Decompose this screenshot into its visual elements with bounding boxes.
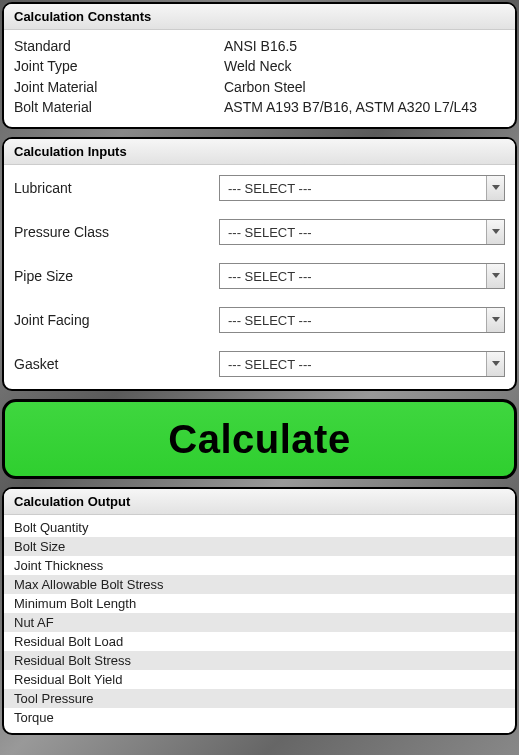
select-value: --- SELECT --- [220,357,486,372]
output-row: Minimum Bolt Length [4,594,515,613]
output-row: Residual Bolt Yield [4,670,515,689]
const-row: Joint Material Carbon Steel [14,77,505,97]
output-row: Residual Bolt Load [4,632,515,651]
input-row-pipe-size: Pipe Size --- SELECT --- [14,263,505,289]
const-row: Bolt Material ASTM A193 B7/B16, ASTM A32… [14,97,505,117]
output-body: Bolt Quantity Bolt Size Joint Thickness … [4,515,515,733]
output-row: Nut AF [4,613,515,632]
gasket-select[interactable]: --- SELECT --- [219,351,505,377]
input-label: Pressure Class [14,224,219,240]
input-label: Lubricant [14,180,219,196]
const-value: ANSI B16.5 [224,36,505,56]
select-value: --- SELECT --- [220,313,486,328]
inputs-body: Lubricant --- SELECT --- Pressure Class … [4,165,515,389]
output-row: Max Allowable Bolt Stress [4,575,515,594]
joint-facing-select[interactable]: --- SELECT --- [219,307,505,333]
input-row-lubricant: Lubricant --- SELECT --- [14,175,505,201]
select-value: --- SELECT --- [220,181,486,196]
const-label: Standard [14,36,224,56]
select-value: --- SELECT --- [220,225,486,240]
inputs-header: Calculation Inputs [4,139,515,165]
input-label: Pipe Size [14,268,219,284]
const-row: Joint Type Weld Neck [14,56,505,76]
pressure-class-select[interactable]: --- SELECT --- [219,219,505,245]
const-row: Standard ANSI B16.5 [14,36,505,56]
output-row: Residual Bolt Stress [4,651,515,670]
constants-body: Standard ANSI B16.5 Joint Type Weld Neck… [4,30,515,127]
svg-marker-1 [492,229,500,234]
chevron-down-icon [486,352,504,376]
const-value: Weld Neck [224,56,505,76]
input-row-gasket: Gasket --- SELECT --- [14,351,505,377]
const-label: Joint Material [14,77,224,97]
output-row: Bolt Size [4,537,515,556]
input-row-joint-facing: Joint Facing --- SELECT --- [14,307,505,333]
lubricant-select[interactable]: --- SELECT --- [219,175,505,201]
const-label: Bolt Material [14,97,224,117]
constants-header: Calculation Constants [4,4,515,30]
output-row: Bolt Quantity [4,518,515,537]
chevron-down-icon [486,176,504,200]
calculate-button[interactable]: Calculate [2,399,517,479]
chevron-down-icon [486,308,504,332]
pipe-size-select[interactable]: --- SELECT --- [219,263,505,289]
input-row-pressure-class: Pressure Class --- SELECT --- [14,219,505,245]
constants-panel: Calculation Constants Standard ANSI B16.… [2,2,517,129]
output-row: Joint Thickness [4,556,515,575]
const-label: Joint Type [14,56,224,76]
output-header: Calculation Output [4,489,515,515]
output-panel: Calculation Output Bolt Quantity Bolt Si… [2,487,517,735]
chevron-down-icon [486,264,504,288]
output-row: Tool Pressure [4,689,515,708]
const-value: ASTM A193 B7/B16, ASTM A320 L7/L43 [224,97,505,117]
output-row: Torque [4,708,515,727]
input-label: Joint Facing [14,312,219,328]
svg-marker-0 [492,185,500,190]
input-label: Gasket [14,356,219,372]
svg-marker-3 [492,317,500,322]
svg-marker-4 [492,361,500,366]
select-value: --- SELECT --- [220,269,486,284]
inputs-panel: Calculation Inputs Lubricant --- SELECT … [2,137,517,391]
svg-marker-2 [492,273,500,278]
chevron-down-icon [486,220,504,244]
const-value: Carbon Steel [224,77,505,97]
